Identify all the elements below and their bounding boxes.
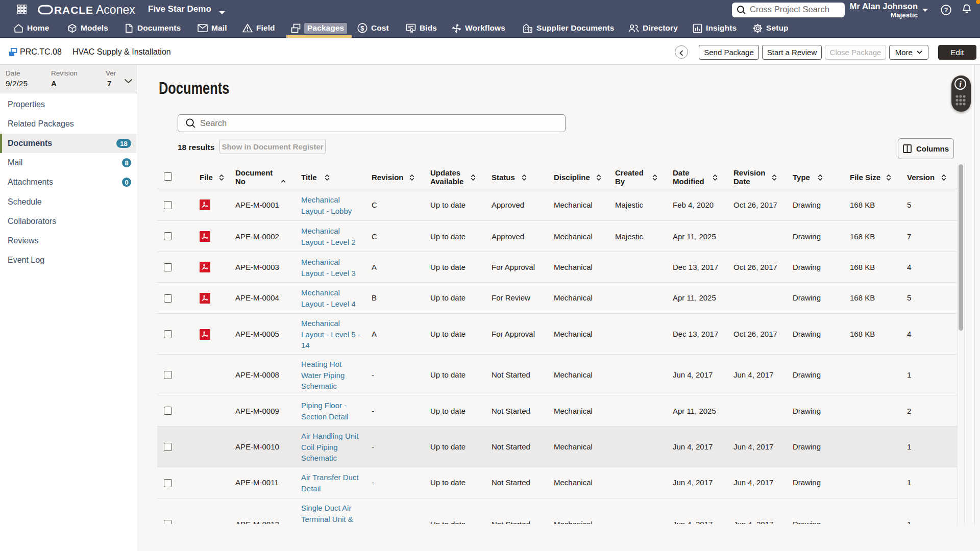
svg-text:Aconex: Aconex: [96, 5, 135, 16]
svg-text:?: ?: [944, 7, 948, 14]
svg-text:RACLE: RACLE: [54, 5, 93, 16]
svg-text:$: $: [360, 24, 364, 32]
